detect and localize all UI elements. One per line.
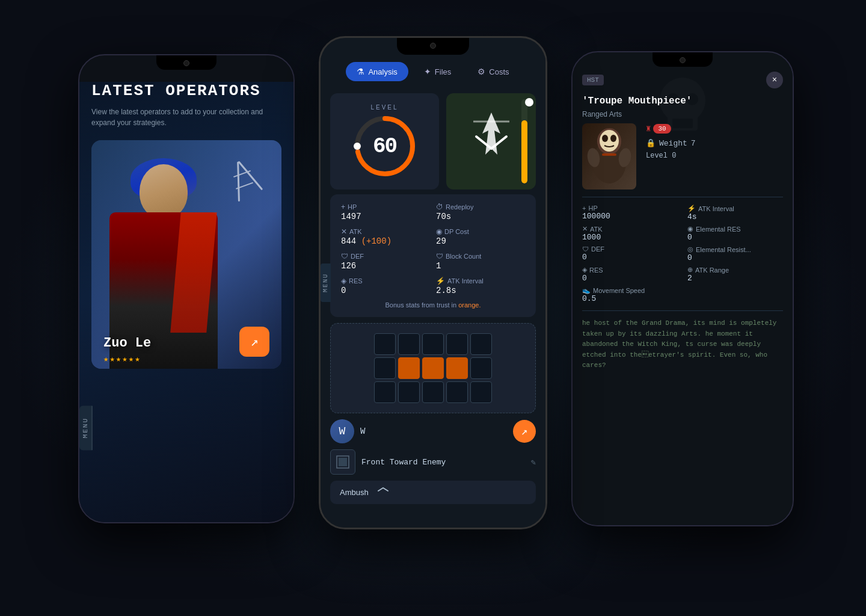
right-stat-res: ◈ RES 0 — [582, 266, 678, 283]
skill-cell-13[interactable] — [446, 381, 468, 403]
right-stat-atk-label: ✕ ATK — [582, 225, 678, 233]
stat-atk-value: 844 (+100) — [341, 236, 430, 246]
skill-cell-4[interactable] — [470, 333, 492, 355]
stat-res: ◈ RES 0 — [341, 277, 430, 295]
right-divider-2 — [582, 310, 783, 311]
right-notch — [653, 52, 713, 67]
tab-analysis[interactable]: ⚗ Analysis — [346, 62, 408, 81]
tab-costs[interactable]: ⚙ Costs — [467, 62, 520, 81]
right-stat-hp: + HP 100000 — [582, 205, 678, 221]
skill-cell-3[interactable] — [446, 333, 468, 355]
stat-hp-value: 1497 — [341, 212, 430, 221]
ambush-label: Ambush — [340, 488, 369, 497]
right-stat-movement: 👟 Movement Speed 0.5 — [582, 286, 678, 303]
right-stat-atk: ✕ ATK 1000 — [582, 225, 678, 242]
enemy-portrait — [582, 123, 636, 189]
stats-grid: + HP 1497 ⏱ Redeploy 70s — [341, 203, 525, 295]
skill-cell-14[interactable] — [470, 381, 492, 403]
right-stat-atk-range-label: ⊕ ATK Range — [687, 266, 783, 274]
stat-redeploy-value: 70s — [436, 212, 525, 221]
right-stat-atk-range: ⊕ ATK Range 2 — [687, 266, 783, 283]
center-phone-content: ⚗ Analysis ✦ Files ⚙ Costs LEVEL — [321, 55, 545, 529]
tab-files[interactable]: ✦ Files — [413, 62, 462, 81]
redeploy-icon: ⏱ — [436, 203, 443, 211]
trust-note: Bonus stats from trust in orange. — [341, 301, 525, 309]
skill-cell-7[interactable] — [422, 357, 444, 379]
right-stat-def-label: 🛡 DEF — [582, 245, 678, 253]
skill-cell-5[interactable] — [374, 357, 396, 379]
bottom-arrow-btn[interactable]: ↗ — [513, 420, 536, 443]
stat-res-value: 0 — [341, 286, 430, 295]
right-stat-res-label: ◈ RES — [582, 266, 678, 274]
atk-interval-icon: ⚡ — [436, 277, 445, 285]
right-stats-grid: + HP 100000 ⚡ ATK Interval 4s ✕ ATK — [573, 200, 793, 308]
operator-card-arrow[interactable]: ↗ — [239, 327, 269, 357]
ambush-bar[interactable]: Ambush — [330, 481, 536, 504]
center-menu-tab[interactable]: MENU — [321, 263, 331, 302]
bottom-operator-bar[interactable]: W W ↗ — [330, 419, 536, 443]
skill-cell-10[interactable] — [374, 381, 396, 403]
operator-card[interactable]: ↗ Zuo Le ★★★★★★ — [91, 140, 281, 369]
left-phone-content: LATEST OPERATORS View the latest operato… — [79, 82, 293, 523]
right-stat-atk-interval-label: ⚡ ATK Interval — [687, 205, 783, 212]
right-divider-1 — [582, 197, 783, 197]
skill-cell-12[interactable] — [422, 381, 444, 403]
skill-cell-1[interactable] — [398, 333, 420, 355]
def-icon: 🛡 — [341, 252, 348, 260]
stat-redeploy-label: ⏱ Redeploy — [436, 203, 525, 211]
svg-point-6 — [354, 143, 361, 150]
dp-icon: ◉ — [436, 227, 442, 236]
rank-bar — [521, 99, 527, 183]
stat-atk-interval: ⚡ ATK Interval 2.8s — [436, 277, 525, 295]
right-stat-movement-value: 0.5 — [582, 294, 678, 303]
stats-top-row: LEVEL 60 — [321, 88, 545, 194]
right-stat-def: 🛡 DEF 0 — [582, 245, 678, 262]
skill-cell-8[interactable] — [446, 357, 468, 379]
trust-orange: orange. — [458, 301, 481, 309]
latest-operators-title: LATEST OPERATORS — [91, 82, 281, 100]
stat-res-label: ◈ RES — [341, 277, 430, 285]
stat-atk-interval-value: 2.8s — [436, 286, 525, 295]
stat-def-value: 126 — [341, 261, 430, 271]
skill-cell-11[interactable] — [398, 381, 420, 403]
right-camera — [680, 57, 686, 63]
operator-stars: ★★★★★★ — [103, 354, 141, 364]
right-stat-hp-value: 100000 — [582, 212, 678, 221]
svg-rect-25 — [602, 153, 616, 156]
level-circle: 60 — [352, 113, 418, 179]
rank-dot — [525, 98, 533, 106]
stat-def-label: 🛡 DEF — [341, 252, 430, 260]
skill-item-row[interactable]: Front Toward Enemy ✎ — [330, 447, 536, 477]
stat-dp-label: ◉ DP Cost — [436, 227, 525, 236]
tab-files-label: Files — [435, 67, 451, 76]
plus-icon: + — [582, 205, 586, 212]
elem-resist-icon: ◎ — [687, 245, 693, 253]
right-stat-elem-resist-label: ◎ Elemental Resist... — [687, 245, 783, 253]
left-menu-tab[interactable]: MENU — [79, 405, 93, 450]
right-stat-movement-label: 👟 Movement Speed — [582, 286, 678, 294]
right-stat-elemental-res: ◉ Elemental RES 0 — [687, 225, 783, 242]
center-camera — [430, 43, 436, 49]
res-icon-r: ◈ — [582, 266, 587, 274]
skill-cell-0[interactable] — [374, 333, 396, 355]
level-label: LEVEL — [370, 104, 398, 111]
right-stat-atk-interval-value: 4s — [687, 212, 783, 221]
skill-cell-6[interactable] — [398, 357, 420, 379]
atk-int-icon: ⚡ — [687, 205, 696, 212]
close-button[interactable]: × — [766, 72, 783, 88]
stat-atk-interval-label: ⚡ ATK Interval — [436, 277, 525, 285]
right-stat-elem-res-label: ◉ Elemental RES — [687, 225, 783, 233]
right-stat-res-value: 0 — [582, 274, 678, 283]
stat-def: 🛡 DEF 126 — [341, 252, 430, 271]
left-notch — [156, 55, 216, 70]
stat-atk: ✕ ATK 844 (+100) — [341, 227, 430, 246]
skill-cell-2[interactable] — [422, 333, 444, 355]
x-icon: ✕ — [582, 225, 588, 233]
bottom-operator-name: W — [360, 427, 507, 436]
skill-cell-9[interactable] — [470, 357, 492, 379]
skill-edit-icon[interactable]: ✎ — [531, 457, 536, 467]
center-phone: ⚗ Analysis ✦ Files ⚙ Costs LEVEL — [319, 36, 547, 529]
svg-rect-10 — [339, 458, 347, 466]
hp-icon: + — [341, 203, 345, 211]
left-camera — [183, 60, 189, 66]
